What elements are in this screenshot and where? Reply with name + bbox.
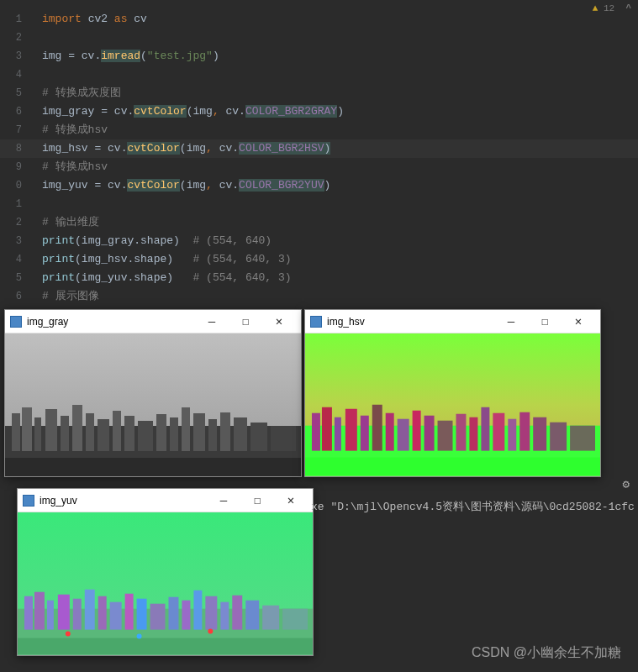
code-line-current: img_hsv = cv.cvtColor(img, cv.COLOR_BGR2… (42, 139, 638, 158)
svg-rect-61 (193, 591, 202, 630)
svg-rect-19 (234, 417, 247, 451)
svg-rect-51 (58, 595, 70, 630)
code-line: img_gray = cv.cvtColor(img, cv.COLOR_BGR… (42, 102, 638, 121)
maximize-button[interactable]: ☐ (528, 312, 562, 332)
svg-rect-13 (156, 414, 166, 451)
svg-rect-43 (550, 423, 567, 451)
svg-rect-6 (61, 416, 69, 451)
svg-rect-12 (138, 421, 153, 451)
svg-rect-42 (533, 417, 546, 451)
svg-rect-45 (305, 458, 600, 476)
window-img-gray[interactable]: img_gray — ☐ ✕ (4, 309, 302, 477)
close-button[interactable]: ✕ (262, 312, 296, 332)
svg-rect-62 (205, 596, 217, 630)
svg-rect-5 (45, 409, 57, 451)
svg-rect-59 (168, 597, 178, 630)
svg-rect-36 (456, 414, 466, 451)
line-gutter: 12345678901234567 (0, 10, 29, 324)
code-line: img = cv.imread("test.jpg") (42, 47, 638, 66)
svg-rect-58 (150, 604, 166, 630)
window-img-yuv[interactable]: img_yuv — ☐ ✕ (17, 488, 314, 656)
svg-rect-53 (85, 590, 95, 630)
svg-rect-54 (98, 596, 107, 630)
titlebar[interactable]: img_hsv — ☐ ✕ (305, 310, 600, 333)
code-line: print(img_hsv.shape) # (554, 640, 3) (42, 250, 638, 269)
svg-rect-52 (73, 599, 82, 630)
svg-rect-27 (335, 417, 341, 451)
svg-rect-2 (12, 413, 20, 451)
svg-rect-25 (312, 413, 320, 451)
window-title: img_hsv (327, 316, 494, 328)
app-icon (10, 316, 22, 328)
svg-rect-66 (262, 606, 279, 630)
svg-rect-21 (271, 426, 296, 451)
svg-rect-22 (5, 458, 301, 476)
close-button[interactable]: ✕ (274, 491, 308, 511)
svg-rect-29 (361, 416, 369, 451)
svg-rect-9 (98, 419, 109, 451)
window-img-hsv[interactable]: img_hsv — ☐ ✕ (304, 309, 601, 477)
code-line: import cv2 as cv (42, 10, 638, 29)
svg-rect-40 (508, 419, 516, 451)
svg-rect-15 (182, 407, 190, 451)
image-canvas-gray (5, 333, 301, 476)
gear-icon[interactable]: ⚙ (623, 477, 630, 491)
minimize-button[interactable]: — (207, 491, 240, 511)
svg-rect-65 (245, 601, 259, 630)
svg-point-69 (66, 632, 71, 637)
svg-rect-50 (47, 601, 54, 630)
minimize-button[interactable]: — (494, 312, 528, 332)
svg-rect-33 (413, 411, 421, 451)
svg-rect-39 (493, 413, 504, 451)
svg-rect-3 (22, 407, 32, 451)
svg-rect-38 (481, 407, 489, 451)
svg-rect-7 (72, 405, 82, 451)
svg-rect-14 (170, 417, 178, 451)
svg-rect-8 (86, 413, 94, 451)
svg-point-71 (208, 629, 213, 634)
svg-rect-34 (424, 416, 435, 451)
svg-rect-56 (125, 594, 134, 630)
maximize-button[interactable]: ☐ (240, 491, 274, 511)
code-line: print(img_gray.shape) # (554, 640) (42, 232, 638, 250)
svg-rect-18 (220, 412, 230, 451)
svg-rect-30 (372, 405, 382, 451)
watermark: CSDN @小幽余生不加糖 (472, 644, 621, 662)
svg-rect-17 (208, 419, 217, 451)
code-line: print(img_yuv.shape) # (554, 640, 3) (42, 269, 638, 287)
svg-rect-44 (570, 426, 595, 451)
svg-rect-10 (113, 411, 121, 451)
svg-rect-11 (124, 416, 134, 451)
app-icon (310, 316, 322, 328)
titlebar[interactable]: img_gray — ☐ ✕ (5, 310, 301, 333)
code-area[interactable]: import cv2 as cv img = cv.imread("test.j… (42, 10, 638, 306)
svg-rect-16 (193, 413, 205, 451)
window-title: img_yuv (40, 495, 207, 507)
titlebar[interactable]: img_yuv — ☐ ✕ (18, 489, 313, 512)
svg-rect-67 (282, 609, 308, 630)
minimize-button[interactable]: — (195, 312, 229, 332)
svg-rect-48 (24, 596, 33, 630)
svg-rect-28 (345, 409, 357, 451)
svg-rect-35 (438, 421, 453, 451)
svg-rect-31 (386, 413, 394, 451)
svg-rect-55 (110, 602, 122, 630)
svg-rect-63 (220, 602, 229, 630)
svg-rect-49 (34, 592, 45, 630)
image-canvas-yuv (18, 512, 313, 655)
window-title: img_gray (27, 316, 195, 328)
svg-rect-32 (398, 419, 409, 451)
svg-rect-4 (34, 417, 41, 451)
maximize-button[interactable]: ☐ (229, 312, 262, 332)
svg-rect-37 (469, 417, 477, 451)
svg-rect-60 (182, 601, 190, 630)
image-canvas-hsv (305, 333, 600, 476)
svg-rect-41 (519, 412, 530, 451)
console-output: xe "D:\mjl\Opencv4.5资料\图书资料\源码\0cd25082-… (311, 499, 635, 514)
svg-rect-26 (322, 407, 332, 451)
code-line: img_yuv = cv.cvtColor(img, cv.COLOR_BGR2… (42, 176, 638, 195)
svg-rect-20 (250, 423, 267, 451)
svg-rect-64 (232, 596, 242, 630)
app-icon (23, 495, 34, 507)
close-button[interactable]: ✕ (562, 312, 595, 332)
